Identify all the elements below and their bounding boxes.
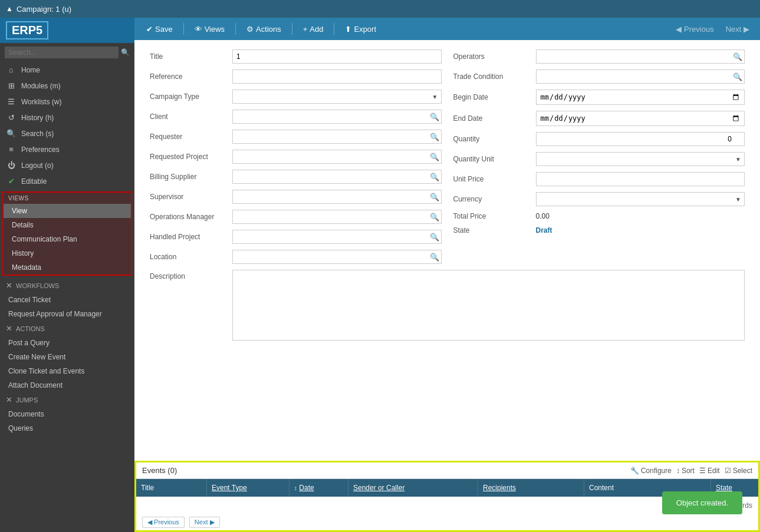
select-button[interactable]: ☑ Select: [725, 467, 752, 475]
col-title[interactable]: Title: [136, 479, 207, 497]
sidebar-item-metadata[interactable]: Metadata: [4, 260, 131, 275]
reference-label: Reference: [150, 72, 232, 81]
location-input-wrap: 🔍: [232, 250, 442, 264]
col-recipients-link[interactable]: Recipients: [483, 484, 516, 492]
supervisor-label: Supervisor: [150, 193, 232, 201]
sidebar-item-editable[interactable]: ✔ Editable: [0, 173, 134, 189]
export-label: Export: [354, 25, 376, 34]
requested-project-input[interactable]: [232, 150, 442, 164]
handled-project-search-button[interactable]: 🔍: [427, 232, 442, 243]
operations-manager-search-button[interactable]: 🔍: [427, 212, 442, 223]
operators-search-button[interactable]: 🔍: [731, 51, 745, 62]
col-recipients[interactable]: Recipients: [478, 479, 584, 497]
sidebar-search-icon[interactable]: 🔍: [121, 48, 130, 57]
sidebar-item-search[interactable]: 🔍 Search (s): [0, 125, 134, 141]
form-grid: Title Reference Campaign Type ▼: [144, 49, 751, 270]
supervisor-search-button[interactable]: 🔍: [427, 191, 442, 203]
toast-message: Object created.: [676, 498, 728, 507]
sort-button[interactable]: ↕ Sort: [676, 467, 695, 475]
requested-project-search-button[interactable]: 🔍: [427, 151, 442, 163]
actions-button[interactable]: ⚙ Actions: [241, 22, 287, 37]
export-button[interactable]: ⬆ Export: [339, 22, 382, 37]
sidebar-item-create-new-event[interactable]: Create New Event: [0, 350, 134, 364]
requester-row: Requester 🔍: [150, 130, 442, 144]
requester-input[interactable]: [232, 130, 442, 144]
sidebar-item-documents[interactable]: Documents: [0, 407, 134, 421]
views-label: Views: [205, 25, 225, 34]
requester-input-wrap: 🔍: [232, 130, 442, 144]
events-previous-button[interactable]: ◀ Previous: [142, 517, 185, 528]
trade-condition-input-wrap: 🔍: [536, 70, 745, 84]
col-event-type-link[interactable]: Event Type: [212, 484, 247, 492]
sidebar-item-preferences[interactable]: ≡ Preferences: [0, 141, 134, 157]
sidebar-item-queries[interactable]: Queries: [0, 421, 134, 435]
title-input[interactable]: [232, 49, 442, 64]
requester-search-button[interactable]: 🔍: [427, 131, 442, 143]
save-button[interactable]: ✔ Save: [140, 22, 179, 37]
currency-select[interactable]: [536, 192, 745, 206]
client-input[interactable]: [232, 110, 442, 124]
quantity-input[interactable]: [536, 132, 745, 146]
sidebar-item-logout[interactable]: ⏻ Logout (o): [0, 157, 134, 173]
col-sender-caller[interactable]: Sender or Caller: [348, 479, 478, 497]
col-content-label: Content: [589, 484, 614, 492]
operations-manager-input[interactable]: [232, 210, 442, 224]
select-icon: ☑: [725, 467, 731, 475]
next-button[interactable]: Next ▶: [721, 22, 754, 37]
location-input[interactable]: [232, 250, 442, 264]
events-next-button[interactable]: Next ▶: [189, 517, 220, 528]
client-search-button[interactable]: 🔍: [427, 111, 442, 123]
sidebar-item-view[interactable]: View: [4, 204, 131, 218]
sidebar-item-worklists[interactable]: ☰ Worklists (w): [0, 94, 134, 110]
sidebar-item-cancel-ticket[interactable]: Cancel Ticket: [0, 293, 134, 307]
sidebar-item-history[interactable]: History: [4, 246, 131, 260]
trade-condition-search-button[interactable]: 🔍: [731, 71, 745, 82]
requester-label: Requester: [150, 133, 232, 141]
sidebar-item-attach-document[interactable]: Attach Document: [0, 378, 134, 392]
location-search-button[interactable]: 🔍: [427, 252, 442, 263]
col-sender-caller-link[interactable]: Sender or Caller: [353, 484, 404, 492]
col-date-link[interactable]: Date: [299, 484, 314, 492]
toast-notification: Object created.: [662, 491, 742, 514]
jumps-section-label: JUMPS: [16, 396, 38, 404]
begin-date-input[interactable]: [536, 90, 745, 105]
toolbar-separator-3: [292, 23, 292, 35]
state-label: State: [453, 226, 536, 234]
form-left-col: Title Reference Campaign Type ▼: [144, 49, 448, 270]
sidebar-search-input[interactable]: [5, 47, 119, 58]
trade-condition-input[interactable]: [536, 70, 745, 84]
billing-supplier-search-button[interactable]: 🔍: [427, 171, 442, 183]
add-button[interactable]: + Add: [297, 22, 330, 37]
col-state-link[interactable]: State: [716, 484, 732, 492]
sidebar-item-modules[interactable]: ⊞ Modules (m): [0, 78, 134, 94]
quantity-unit-select[interactable]: [536, 152, 745, 166]
end-date-input[interactable]: [536, 111, 745, 126]
reference-input[interactable]: [232, 70, 442, 84]
sidebar-item-clone-ticket[interactable]: Clone Ticket and Events: [0, 364, 134, 378]
quantity-unit-label: Quantity Unit: [453, 155, 536, 163]
save-icon: ✔: [146, 25, 153, 34]
configure-button[interactable]: 🔧 Configure: [630, 467, 672, 475]
billing-supplier-input[interactable]: [232, 170, 442, 184]
supervisor-input[interactable]: [232, 190, 442, 204]
workflows-icon: ✕: [6, 281, 12, 290]
views-button[interactable]: 👁 Views: [189, 22, 231, 37]
sidebar-item-request-approval[interactable]: Request Approval of Manager: [0, 307, 134, 321]
sidebar-item-post-query[interactable]: Post a Query: [0, 336, 134, 350]
sidebar-item-home[interactable]: ⌂ Home: [0, 62, 134, 78]
logo-text: ERP5: [6, 21, 48, 39]
sidebar-item-communication-plan[interactable]: Communication Plan: [4, 232, 131, 246]
previous-button[interactable]: ◀ Previous: [671, 22, 718, 37]
requested-project-input-wrap: 🔍: [232, 150, 442, 164]
unit-price-input[interactable]: [536, 172, 745, 186]
handled-project-input[interactable]: [232, 230, 442, 244]
total-price-row: Total Price 0.00: [453, 212, 745, 220]
col-date[interactable]: ↕ Date: [289, 479, 348, 497]
col-event-type[interactable]: Event Type: [207, 479, 289, 497]
sidebar-item-details[interactable]: Details: [4, 218, 131, 232]
edit-button[interactable]: ☰ Edit: [699, 467, 720, 475]
sidebar-item-history-h[interactable]: ↺ History (h): [0, 110, 134, 125]
operators-input[interactable]: [536, 49, 745, 64]
campaign-type-select[interactable]: [232, 90, 442, 104]
description-textarea[interactable]: [232, 270, 745, 341]
